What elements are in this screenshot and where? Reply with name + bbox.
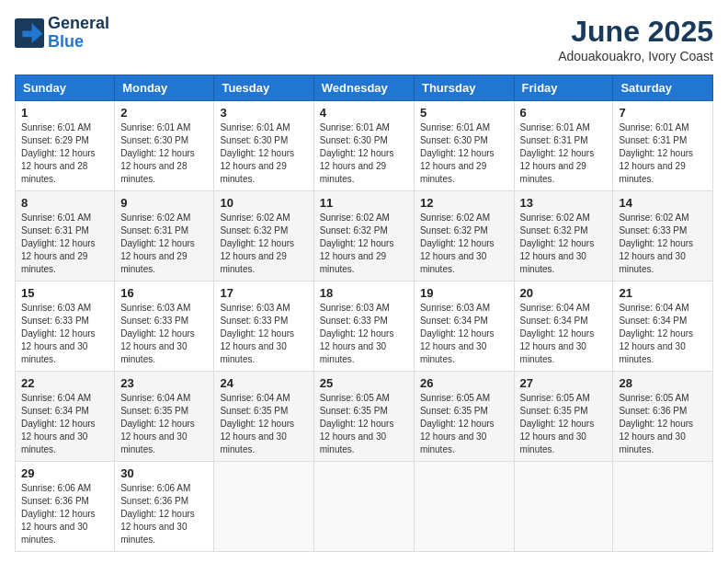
day-info-9: Sunrise: 6:02 AMSunset: 6:31 PMDaylight:… xyxy=(120,212,208,276)
day-cell-1: 1 Sunrise: 6:01 AMSunset: 6:29 PMDayligh… xyxy=(16,101,115,191)
day-number-13: 13 xyxy=(520,196,608,210)
day-cell-2: 2 Sunrise: 6:01 AMSunset: 6:30 PMDayligh… xyxy=(115,101,214,191)
day-cell-19: 19 Sunrise: 6:03 AMSunset: 6:34 PMDaylig… xyxy=(414,282,514,372)
title-area: June 2025 Adouakouakro, Ivory Coast xyxy=(558,15,713,63)
header-sunday: Sunday xyxy=(16,75,115,101)
day-info-23: Sunrise: 6:04 AMSunset: 6:35 PMDaylight:… xyxy=(120,392,208,456)
header-monday: Monday xyxy=(115,75,214,101)
day-number-19: 19 xyxy=(420,286,508,300)
day-cell-10: 10 Sunrise: 6:02 AMSunset: 6:32 PMDaylig… xyxy=(214,191,313,282)
header-saturday: Saturday xyxy=(613,75,713,101)
day-number-2: 2 xyxy=(120,106,208,120)
day-cell-4: 4 Sunrise: 6:01 AMSunset: 6:30 PMDayligh… xyxy=(313,101,414,191)
week-row-3: 15 Sunrise: 6:03 AMSunset: 6:33 PMDaylig… xyxy=(16,282,713,372)
day-info-18: Sunrise: 6:03 AMSunset: 6:33 PMDaylight:… xyxy=(320,302,408,366)
day-cell-15: 15 Sunrise: 6:03 AMSunset: 6:33 PMDaylig… xyxy=(16,282,115,372)
month-title: June 2025 xyxy=(558,15,713,49)
logo-text: General Blue xyxy=(48,15,109,52)
day-number-10: 10 xyxy=(220,196,307,210)
day-info-24: Sunrise: 6:04 AMSunset: 6:35 PMDaylight:… xyxy=(220,392,307,456)
empty-cell xyxy=(514,462,613,552)
day-number-16: 16 xyxy=(120,286,208,300)
day-info-1: Sunrise: 6:01 AMSunset: 6:29 PMDaylight:… xyxy=(21,121,108,186)
day-number-28: 28 xyxy=(619,376,707,390)
day-cell-29: 29 Sunrise: 6:06 AMSunset: 6:36 PMDaylig… xyxy=(16,462,115,552)
day-info-2: Sunrise: 6:01 AMSunset: 6:30 PMDaylight:… xyxy=(120,121,208,186)
day-cell-23: 23 Sunrise: 6:04 AMSunset: 6:35 PMDaylig… xyxy=(115,372,214,462)
empty-cell xyxy=(613,462,713,552)
day-info-4: Sunrise: 6:01 AMSunset: 6:30 PMDaylight:… xyxy=(320,121,408,186)
day-info-13: Sunrise: 6:02 AMSunset: 6:32 PMDaylight:… xyxy=(520,212,608,276)
day-cell-17: 17 Sunrise: 6:03 AMSunset: 6:33 PMDaylig… xyxy=(214,282,313,372)
day-number-20: 20 xyxy=(520,286,608,300)
day-cell-26: 26 Sunrise: 6:05 AMSunset: 6:35 PMDaylig… xyxy=(414,372,514,462)
day-number-14: 14 xyxy=(619,196,707,210)
header-tuesday: Tuesday xyxy=(214,75,313,101)
day-cell-6: 6 Sunrise: 6:01 AMSunset: 6:31 PMDayligh… xyxy=(514,101,613,191)
day-number-3: 3 xyxy=(220,106,307,120)
day-cell-20: 20 Sunrise: 6:04 AMSunset: 6:34 PMDaylig… xyxy=(514,282,613,372)
empty-cell xyxy=(214,462,313,552)
day-cell-9: 9 Sunrise: 6:02 AMSunset: 6:31 PMDayligh… xyxy=(115,191,214,282)
weekday-header-row: Sunday Monday Tuesday Wednesday Thursday… xyxy=(16,75,713,101)
week-row-1: 1 Sunrise: 6:01 AMSunset: 6:29 PMDayligh… xyxy=(16,101,713,191)
day-info-16: Sunrise: 6:03 AMSunset: 6:33 PMDaylight:… xyxy=(120,302,208,366)
day-info-30: Sunrise: 6:06 AMSunset: 6:36 PMDaylight:… xyxy=(120,482,208,546)
day-number-8: 8 xyxy=(21,196,108,210)
day-number-23: 23 xyxy=(120,376,208,390)
day-info-15: Sunrise: 6:03 AMSunset: 6:33 PMDaylight:… xyxy=(21,302,108,366)
day-number-12: 12 xyxy=(420,196,508,210)
day-number-11: 11 xyxy=(320,196,408,210)
day-number-25: 25 xyxy=(320,376,408,390)
logo-icon xyxy=(15,18,44,48)
day-number-26: 26 xyxy=(420,376,508,390)
day-info-28: Sunrise: 6:05 AMSunset: 6:36 PMDaylight:… xyxy=(619,392,707,456)
day-info-10: Sunrise: 6:02 AMSunset: 6:32 PMDaylight:… xyxy=(220,212,307,276)
day-cell-7: 7 Sunrise: 6:01 AMSunset: 6:31 PMDayligh… xyxy=(613,101,713,191)
day-info-14: Sunrise: 6:02 AMSunset: 6:33 PMDaylight:… xyxy=(619,212,707,276)
day-cell-12: 12 Sunrise: 6:02 AMSunset: 6:32 PMDaylig… xyxy=(414,191,514,282)
week-row-5: 29 Sunrise: 6:06 AMSunset: 6:36 PMDaylig… xyxy=(16,462,713,552)
day-info-8: Sunrise: 6:01 AMSunset: 6:31 PMDaylight:… xyxy=(21,212,108,276)
day-number-17: 17 xyxy=(220,286,307,300)
calendar-table: Sunday Monday Tuesday Wednesday Thursday… xyxy=(15,75,713,552)
day-number-6: 6 xyxy=(520,106,608,120)
day-info-20: Sunrise: 6:04 AMSunset: 6:34 PMDaylight:… xyxy=(520,302,608,366)
day-cell-22: 22 Sunrise: 6:04 AMSunset: 6:34 PMDaylig… xyxy=(16,372,115,462)
day-info-6: Sunrise: 6:01 AMSunset: 6:31 PMDaylight:… xyxy=(520,121,608,186)
week-row-2: 8 Sunrise: 6:01 AMSunset: 6:31 PMDayligh… xyxy=(16,191,713,282)
day-number-9: 9 xyxy=(120,196,208,210)
day-info-19: Sunrise: 6:03 AMSunset: 6:34 PMDaylight:… xyxy=(420,302,508,366)
day-cell-28: 28 Sunrise: 6:05 AMSunset: 6:36 PMDaylig… xyxy=(613,372,713,462)
day-cell-8: 8 Sunrise: 6:01 AMSunset: 6:31 PMDayligh… xyxy=(16,191,115,282)
page-header: General Blue June 2025 Adouakouakro, Ivo… xyxy=(15,15,713,63)
day-number-21: 21 xyxy=(619,286,707,300)
day-cell-24: 24 Sunrise: 6:04 AMSunset: 6:35 PMDaylig… xyxy=(214,372,313,462)
day-number-24: 24 xyxy=(220,376,307,390)
day-cell-13: 13 Sunrise: 6:02 AMSunset: 6:32 PMDaylig… xyxy=(514,191,613,282)
day-number-27: 27 xyxy=(520,376,608,390)
day-number-30: 30 xyxy=(120,466,208,480)
location-title: Adouakouakro, Ivory Coast xyxy=(558,49,713,63)
day-number-7: 7 xyxy=(619,106,707,120)
day-number-1: 1 xyxy=(21,106,108,120)
day-cell-25: 25 Sunrise: 6:05 AMSunset: 6:35 PMDaylig… xyxy=(313,372,414,462)
header-friday: Friday xyxy=(514,75,613,101)
day-info-22: Sunrise: 6:04 AMSunset: 6:34 PMDaylight:… xyxy=(21,392,108,456)
day-info-21: Sunrise: 6:04 AMSunset: 6:34 PMDaylight:… xyxy=(619,302,707,366)
day-info-17: Sunrise: 6:03 AMSunset: 6:33 PMDaylight:… xyxy=(220,302,307,366)
day-info-5: Sunrise: 6:01 AMSunset: 6:30 PMDaylight:… xyxy=(420,121,508,186)
day-info-7: Sunrise: 6:01 AMSunset: 6:31 PMDaylight:… xyxy=(619,121,707,186)
logo: General Blue xyxy=(15,15,109,52)
day-cell-16: 16 Sunrise: 6:03 AMSunset: 6:33 PMDaylig… xyxy=(115,282,214,372)
day-info-11: Sunrise: 6:02 AMSunset: 6:32 PMDaylight:… xyxy=(320,212,408,276)
day-cell-30: 30 Sunrise: 6:06 AMSunset: 6:36 PMDaylig… xyxy=(115,462,214,552)
day-info-27: Sunrise: 6:05 AMSunset: 6:35 PMDaylight:… xyxy=(520,392,608,456)
day-cell-3: 3 Sunrise: 6:01 AMSunset: 6:30 PMDayligh… xyxy=(214,101,313,191)
header-thursday: Thursday xyxy=(414,75,514,101)
empty-cell xyxy=(414,462,514,552)
day-number-4: 4 xyxy=(320,106,408,120)
day-cell-11: 11 Sunrise: 6:02 AMSunset: 6:32 PMDaylig… xyxy=(313,191,414,282)
day-cell-27: 27 Sunrise: 6:05 AMSunset: 6:35 PMDaylig… xyxy=(514,372,613,462)
day-number-22: 22 xyxy=(21,376,108,390)
